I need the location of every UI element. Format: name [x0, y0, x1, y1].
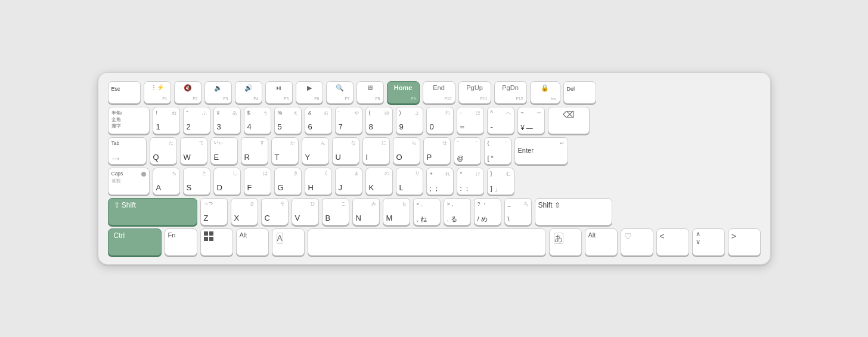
key-del[interactable]: Del [563, 81, 596, 104]
key-0[interactable]: わ 0 [426, 107, 454, 134]
key-shift-left[interactable]: ⇧ Shift [108, 198, 197, 225]
key-space[interactable] [308, 228, 546, 256]
key-arrow-up-down[interactable]: ∧ ∨ [692, 228, 725, 256]
key-rbracket[interactable]: }む ] 」 [487, 168, 514, 195]
key-n[interactable]: み N [352, 198, 380, 225]
key-ins-lock[interactable]: 🔒 Ins [530, 81, 560, 104]
key-f12-pgdn[interactable]: PgDn F12 [494, 81, 527, 104]
key-x[interactable]: さ X [231, 198, 258, 225]
key-m[interactable]: も M [383, 198, 410, 225]
key-8[interactable]: (ゆ 8 [365, 107, 393, 134]
key-j[interactable]: ま J [335, 168, 362, 195]
key-hankaku[interactable]: 半角/全角漢字 [108, 107, 150, 134]
key-colon[interactable]: *け : ： [457, 168, 484, 195]
key-f11-pgup[interactable]: PgUp F11 [458, 81, 491, 104]
windows-icon [204, 231, 213, 241]
qwerty-row: Tab ⟶ た Q て W い ぃ E す R か T ん Y な U [108, 137, 761, 165]
asdf-row: Caps英数 ち A と S し D は F き G く H ま J [108, 168, 761, 195]
key-7[interactable]: 'や 7 [335, 107, 362, 134]
key-k[interactable]: の K [365, 168, 393, 195]
num-row: 半角/全角漢字 !ぬ 1 "ふ 2 #あ 3 $う 4 %え 5 &お 6 [108, 107, 761, 134]
key-arrow-left[interactable]: < [656, 228, 689, 256]
key-w[interactable]: て W [180, 137, 207, 165]
key-slash[interactable]: ? ・ / め [474, 198, 501, 225]
key-f2[interactable]: 🔇 F2 [174, 81, 202, 104]
key-f3[interactable]: 🔉 F3 [204, 81, 232, 104]
key-f1[interactable]: ⋮⚡ F1 [144, 81, 171, 104]
key-fn[interactable]: Fn [165, 228, 197, 256]
key-heart[interactable]: ♡ [621, 228, 653, 256]
key-f[interactable]: は F [244, 168, 271, 195]
key-kana-input[interactable]: A [272, 228, 305, 256]
key-y[interactable]: ん Y [302, 137, 329, 165]
key-caps[interactable]: Caps英数 [108, 168, 150, 195]
key-1[interactable]: !ぬ 1 [153, 107, 180, 134]
bottom-row: Ctrl Fn Alt A あ [108, 228, 761, 256]
key-g[interactable]: き G [274, 168, 302, 195]
keyboard: Esc ⋮⚡ F1 🔇 F2 🔉 F3 🔊 F4 ⏯ F5 [98, 72, 771, 265]
key-i[interactable]: に I [362, 137, 390, 165]
key-f4[interactable]: 🔊 F4 [235, 81, 262, 104]
key-q[interactable]: た Q [150, 137, 177, 165]
key-h[interactable]: く H [305, 168, 332, 195]
key-v[interactable]: ひ V [292, 198, 319, 225]
key-c[interactable]: そ C [261, 198, 289, 225]
key-kana-toggle[interactable]: あ [549, 228, 582, 256]
key-6[interactable]: &お 6 [305, 107, 332, 134]
svg-rect-3 [209, 237, 213, 241]
svg-rect-2 [204, 237, 208, 241]
fn-row: Esc ⋮⚡ F1 🔇 F2 🔉 F3 🔊 F4 ⏯ F5 [108, 81, 761, 104]
zxcv-row: ⇧ Shift っ つ Z さ X そ C ひ V こ B み N も M [108, 198, 761, 225]
key-l[interactable]: り L [396, 168, 423, 195]
key-d[interactable]: し D [213, 168, 241, 195]
key-arrow-right[interactable]: > [728, 228, 761, 256]
key-lbracket[interactable]: {「 [ ° [484, 137, 512, 165]
key-alt-right[interactable]: Alt [585, 228, 618, 256]
key-minus[interactable]: -ほ = [457, 107, 484, 134]
key-ctrl[interactable]: Ctrl [108, 228, 162, 256]
key-backslash[interactable]: _ろ \ [504, 198, 532, 225]
key-b[interactable]: こ B [322, 198, 349, 225]
key-9[interactable]: )よ 9 [396, 107, 423, 134]
svg-rect-1 [209, 231, 213, 236]
key-eq[interactable]: ^へ - [487, 107, 514, 134]
key-period[interactable]: > 。 . る [444, 198, 471, 225]
key-o[interactable]: ら O [393, 137, 420, 165]
key-e[interactable]: い ぃ E [210, 137, 238, 165]
key-s[interactable]: と S [183, 168, 210, 195]
key-u[interactable]: な U [332, 137, 359, 165]
key-alt-left[interactable]: Alt [236, 228, 269, 256]
key-f9-home[interactable]: Home F9 [387, 81, 420, 104]
key-enter[interactable]: ↵ Enter [514, 137, 568, 165]
key-shift-right[interactable]: Shift ⇧ [535, 198, 612, 225]
key-f5[interactable]: ⏯ F5 [265, 81, 293, 104]
key-comma[interactable]: < 、 , ね [413, 198, 441, 225]
key-3[interactable]: #あ 3 [213, 107, 241, 134]
key-4[interactable]: $う 4 [244, 107, 271, 134]
key-r[interactable]: す R [241, 137, 268, 165]
key-5[interactable]: %え 5 [274, 107, 302, 134]
key-tab[interactable]: Tab ⟶ [108, 137, 147, 165]
key-semi[interactable]: +れ ; ； [426, 168, 454, 195]
key-t[interactable]: か T [271, 137, 299, 165]
key-p[interactable]: せ P [423, 137, 451, 165]
key-backspace[interactable]: ⌫ [548, 107, 590, 134]
key-f8[interactable]: 🖥 F8 [356, 81, 384, 104]
key-esc[interactable]: Esc [108, 81, 141, 104]
svg-rect-0 [204, 231, 208, 236]
key-2[interactable]: "ふ 2 [183, 107, 210, 134]
key-a[interactable]: ち A [153, 168, 180, 195]
key-yen[interactable]: ~ー ¥ — [517, 107, 545, 134]
key-win[interactable] [200, 228, 233, 256]
key-f7[interactable]: 🔍 F7 [326, 81, 354, 104]
key-f10-end[interactable]: End F10 [423, 81, 455, 104]
key-z[interactable]: っ つ Z [200, 198, 228, 225]
key-f6[interactable]: ▶ F6 [296, 81, 323, 104]
key-at[interactable]: `゛ @ [454, 137, 481, 165]
